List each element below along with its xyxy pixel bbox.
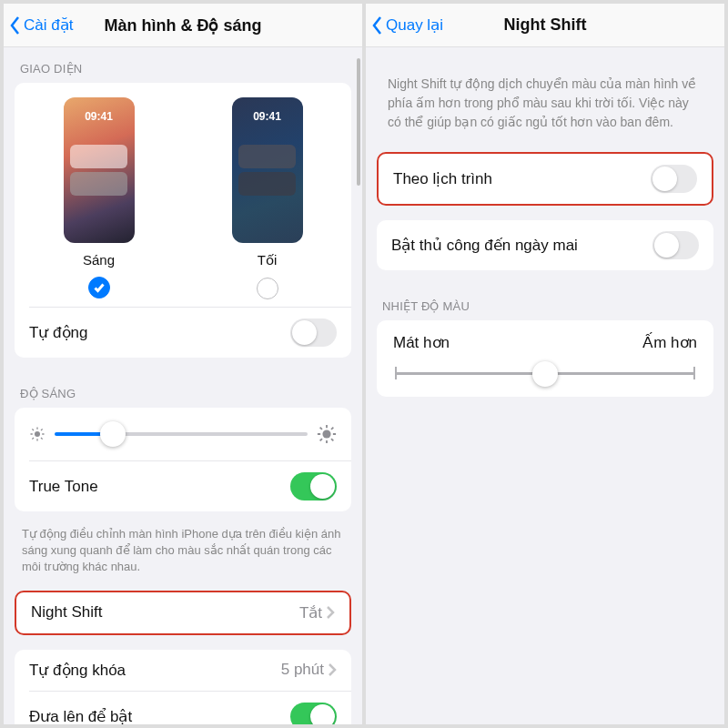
chevron-left-icon: [9, 15, 22, 35]
nav-bar: Quay lại Night Shift: [366, 4, 724, 47]
less-warm-label: Mát hơn: [393, 333, 450, 352]
nav-bar: Cài đặt Màn hình & Độ sáng: [4, 4, 362, 47]
slider-thumb[interactable]: [100, 421, 126, 447]
svg-line-15: [331, 439, 333, 440]
chevron-right-icon: [326, 605, 335, 620]
nightshift-card: Night Shift Tắt: [15, 591, 351, 635]
temp-header: NHIỆT ĐỘ MÀU: [366, 285, 724, 320]
svg-line-17: [331, 428, 333, 430]
nightshift-label: Night Shift: [31, 603, 102, 622]
scheduled-toggle[interactable]: [651, 165, 697, 193]
autolock-value: 5 phút: [281, 661, 324, 679]
back-button[interactable]: Cài đặt: [4, 15, 73, 35]
checkmark-icon: [93, 281, 106, 294]
svg-line-16: [320, 439, 322, 440]
appearance-option-light[interactable]: 09:41 Sáng: [64, 97, 135, 299]
svg-line-8: [41, 429, 43, 430]
automatic-row: Tự động: [15, 308, 351, 358]
raise-label: Đưa lên để bật: [29, 707, 132, 724]
automatic-toggle[interactable]: [290, 318, 337, 347]
truetone-row: True Tone: [15, 461, 351, 511]
sun-low-icon: [29, 426, 46, 442]
manual-toggle[interactable]: [652, 231, 699, 259]
raise-row: Đưa lên để bật: [15, 692, 351, 724]
appearance-card: 09:41 Sáng 09:41 Tối: [15, 83, 351, 358]
nightshift-status: Tắt: [299, 603, 322, 622]
sun-high-icon: [317, 424, 337, 444]
manual-label: Bật thủ công đến ngày mai: [391, 236, 578, 255]
autolock-row[interactable]: Tự động khóa 5 phút: [15, 650, 351, 691]
appearance-header: GIAO DIỆN: [4, 47, 362, 83]
more-warm-label: Ấm hơn: [642, 333, 697, 352]
main-scroll[interactable]: GIAO DIỆN 09:41 Sáng 09:41: [4, 47, 362, 724]
brightness-slider[interactable]: [55, 432, 308, 436]
autolock-label: Tự động khóa: [29, 661, 126, 680]
scheduled-row: Theo lịch trình: [379, 154, 712, 204]
temperature-slider[interactable]: [395, 372, 695, 375]
svg-point-9: [322, 430, 330, 438]
raise-toggle[interactable]: [290, 703, 337, 724]
svg-point-0: [35, 431, 40, 437]
brightness-header: ĐỘ SÁNG: [4, 372, 362, 408]
light-preview: 09:41: [64, 97, 135, 243]
appearance-option-dark[interactable]: 09:41 Tối: [232, 97, 303, 299]
svg-line-7: [32, 438, 34, 440]
chevron-left-icon: [371, 15, 384, 35]
brightness-card: True Tone: [15, 408, 351, 511]
truetone-toggle[interactable]: [290, 472, 337, 500]
truetone-desc: Tự động điều chỉnh màn hình iPhone dựa t…: [4, 526, 362, 591]
temperature-card: Mát hơn Ấm hơn: [377, 320, 713, 397]
dark-preview: 09:41: [232, 97, 303, 243]
svg-line-14: [320, 428, 322, 430]
autolock-card: Tự động khóa 5 phút Đưa lên để bật: [15, 650, 351, 724]
dark-radio[interactable]: [257, 278, 278, 299]
automatic-label: Tự động: [29, 323, 87, 342]
light-radio[interactable]: [88, 277, 110, 298]
light-label: Sáng: [64, 252, 135, 268]
svg-line-5: [32, 429, 34, 430]
truetone-label: True Tone: [29, 478, 98, 496]
manual-row: Bật thủ công đến ngày mai: [377, 220, 713, 270]
display-brightness-screen: Cài đặt Màn hình & Độ sáng GIAO DIỆN 09:…: [4, 4, 362, 724]
dark-label: Tối: [232, 252, 303, 268]
intro-text: Night Shift tự động dịch chuyển màu của …: [366, 47, 724, 152]
scrollbar[interactable]: [357, 58, 360, 186]
svg-line-6: [41, 438, 43, 440]
back-label: Quay lại: [386, 15, 443, 35]
scheduled-label: Theo lịch trình: [393, 169, 492, 188]
manual-card: Bật thủ công đến ngày mai: [377, 220, 713, 270]
scheduled-card: Theo lịch trình: [377, 152, 713, 206]
slider-thumb[interactable]: [532, 361, 558, 387]
main-scroll[interactable]: Night Shift tự động dịch chuyển màu của …: [366, 47, 724, 724]
nightshift-row[interactable]: Night Shift Tắt: [16, 592, 349, 633]
back-label: Cài đặt: [24, 15, 73, 35]
nightshift-screen: Quay lại Night Shift Night Shift tự động…: [366, 4, 724, 724]
back-button[interactable]: Quay lại: [366, 15, 443, 35]
chevron-right-icon: [328, 662, 337, 677]
